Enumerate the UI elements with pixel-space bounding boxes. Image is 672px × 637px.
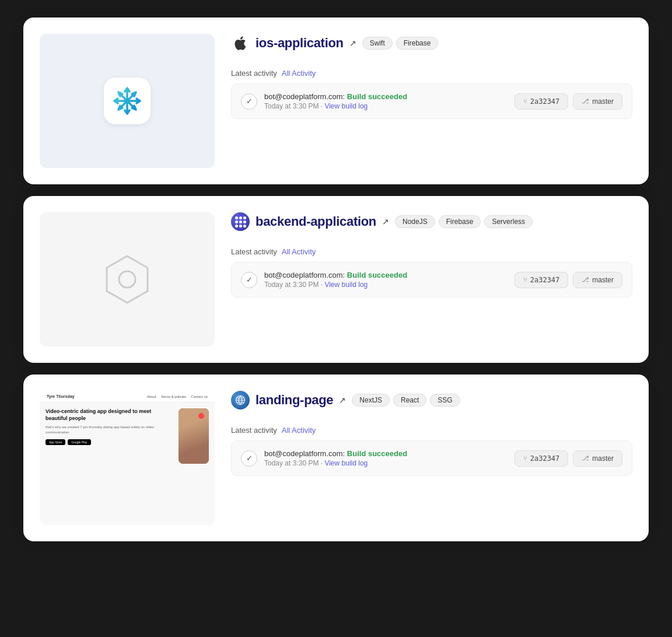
backend-commit-hash: 2a32347 [530,276,560,284]
backend-icon [231,212,250,231]
ios-activity-main: bot@codeplatform.com: Build succeeded [264,92,508,101]
landing-activity-main: bot@codeplatform.com: Build succeeded [264,449,508,458]
backend-activity-user: bot@codeplatform.com: [264,271,345,279]
ios-tags: Swift Firebase [362,37,439,50]
landing-activity-badges: ⑂ 2a32347 ⎇ master [514,450,622,467]
landing-page-card: Tyre Thursday About Terms & policies Con… [23,374,649,541]
landing-checkmark-icon: ✓ [246,454,253,463]
landing-body: Video-centric dating app designed to mee… [40,402,215,470]
backend-activity-time: Today at 3:30 PM [264,281,318,289]
backend-view-build-log-link[interactable]: View build log [324,281,368,289]
ios-branch-name: master [592,97,614,106]
landing-branch-badge: ⎇ master [573,450,622,467]
ios-external-link-icon[interactable]: ↗ [349,38,356,48]
backend-branch-name: master [592,276,614,284]
app-store-badge: App Store [46,439,65,445]
landing-view-build-log-link[interactable]: View build log [324,459,368,467]
ios-activity-header: Latest activity All Activity [231,69,632,78]
globe-svg [235,395,246,405]
backend-hexagon-icon [98,250,156,309]
google-play-badge: Google Play [68,439,90,445]
landing-tag-nextjs: NextJS [352,394,390,407]
dot7 [235,225,238,228]
landing-external-link-icon[interactable]: ↗ [339,396,346,405]
landing-tag-ssg: SSG [430,394,460,407]
landing-activity-user: bot@codeplatform.com: [264,449,345,458]
backend-branch-badge: ⎇ master [573,272,622,288]
backend-checkmark-icon: ✓ [246,275,253,284]
landing-headline: Video-centric dating app designed to mee… [46,408,174,422]
ios-build-status: Build succeeded [347,92,407,101]
landing-tag-react: React [393,394,426,407]
backend-hexagon-container [98,250,156,309]
backend-activity-label: Latest activity [231,247,277,256]
phone-overlay-dot [198,413,204,419]
backend-card-content: backend-application ↗ NodeJS Firebase Se… [231,212,632,346]
landing-branch-icon: ⎇ [582,454,589,462]
landing-activity-label: Latest activity [231,426,277,435]
landing-preview: Tyre Thursday About Terms & policies Con… [40,391,215,525]
landing-branch-name: master [592,454,614,463]
ios-app-name: ios-application [256,36,344,51]
dot2 [239,216,242,219]
landing-nav-links: About Terms & policies Contact us [147,395,208,398]
landing-nav-terms: Terms & policies [161,395,187,398]
backend-external-link-icon[interactable]: ↗ [382,217,389,226]
dot5 [239,220,242,223]
dot9 [243,225,246,228]
ios-tag-firebase: Firebase [396,37,439,50]
ios-activity-label: Latest activity [231,69,277,78]
landing-commit-badge: ⑂ 2a32347 [514,450,569,467]
ios-activity-time: Today at 3:30 PM [264,102,318,110]
landing-badges: App Store Google Play [46,439,174,445]
backend-tag-nodejs: NodeJS [395,215,435,228]
backend-commit-icon: ⑂ [523,276,527,284]
backend-activity-main: bot@codeplatform.com: Build succeeded [264,271,508,279]
landing-logo: Tyre Thursday [47,394,75,398]
ios-activity-user: bot@codeplatform.com: [264,92,345,101]
landing-nav-contact: Contact us [191,395,208,398]
phone-screen [178,408,209,464]
ios-branch-badge: ⎇ master [573,93,622,110]
backend-activity-section: Latest activity All Activity ✓ bot@codep… [231,247,632,298]
globe-icon [231,391,250,410]
landing-build-status: Build succeeded [347,449,407,458]
backend-activity-item: ✓ bot@codeplatform.com: Build succeeded … [231,262,632,298]
landing-phone [178,408,209,464]
apple-icon [231,34,250,52]
svg-marker-0 [107,256,148,303]
backend-activity-details: bot@codeplatform.com: Build succeeded To… [264,271,508,289]
ios-app-icon-container [104,78,150,124]
landing-nav: Tyre Thursday About Terms & policies Con… [40,391,215,402]
landing-activity-item: ✓ bot@codeplatform.com: Build succeeded … [231,440,632,476]
ios-card-header: ios-application ↗ Swift Firebase [231,34,632,52]
ios-commit-icon: ⑂ [523,97,527,105]
landing-activity-details: bot@codeplatform.com: Build succeeded To… [264,449,508,467]
landing-activity-meta: Today at 3:30 PM · View build log [264,459,508,467]
landing-tags: NextJS React SSG [352,394,460,407]
landing-activity-section: Latest activity All Activity ✓ bot@codep… [231,426,632,476]
ios-all-activity-link[interactable]: All Activity [282,69,316,78]
dot4 [235,220,238,223]
backend-tag-serverless: Serverless [484,215,533,228]
ios-check-circle: ✓ [241,93,257,110]
landing-card-content: landing-page ↗ NextJS React SSG Latest a… [231,391,632,525]
backend-all-activity-link[interactable]: All Activity [282,247,316,256]
ios-view-build-log-link[interactable]: View build log [324,102,368,110]
backend-app-name: backend-application [256,214,376,229]
backend-dot-grid [235,216,246,228]
backend-activity-meta: Today at 3:30 PM · View build log [264,281,508,289]
backend-tag-firebase: Firebase [439,215,481,228]
ios-activity-section: Latest activity All Activity ✓ bot@codep… [231,69,632,119]
ios-card-content: ios-application ↗ Swift Firebase Latest … [231,34,632,168]
ios-commit-hash: 2a32347 [530,97,560,106]
landing-all-activity-link[interactable]: All Activity [282,426,316,435]
landing-app-name: landing-page [256,393,333,408]
landing-activity-header: Latest activity All Activity [231,426,632,435]
landing-check-circle: ✓ [241,450,257,467]
dot3 [243,216,246,219]
landing-card-header: landing-page ↗ NextJS React SSG [231,391,632,410]
ios-activity-details: bot@codeplatform.com: Build succeeded To… [264,92,508,110]
backend-application-card: backend-application ↗ NodeJS Firebase Se… [23,196,649,363]
ios-snowflake-icon [112,86,142,116]
